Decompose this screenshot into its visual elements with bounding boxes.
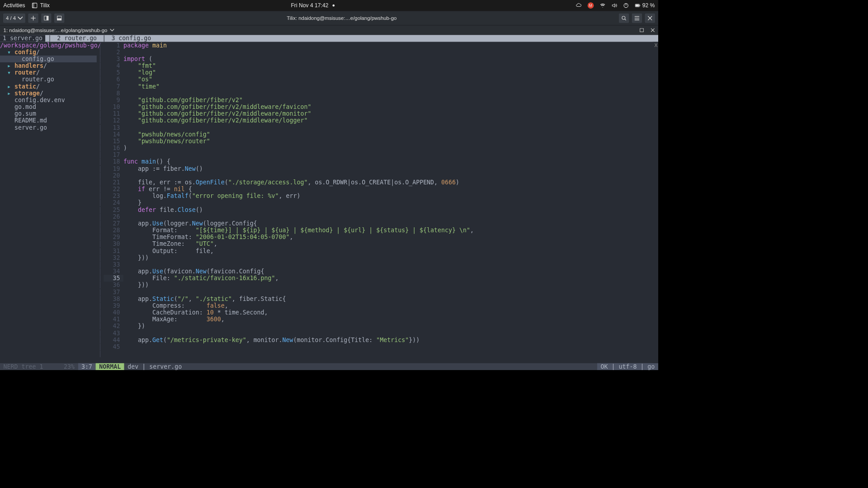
- search-button[interactable]: [618, 13, 629, 23]
- code-line[interactable]: 8: [104, 90, 653, 97]
- close-icon: [647, 16, 652, 21]
- close-pane-button[interactable]: [647, 25, 658, 34]
- code-line[interactable]: 14 "pwshub/news/config": [104, 131, 653, 138]
- code-line[interactable]: 20: [104, 172, 653, 179]
- code-line[interactable]: 45: [104, 343, 653, 350]
- code-line[interactable]: 31 Output: file,: [104, 247, 653, 254]
- power-icon[interactable]: [623, 3, 628, 8]
- code-line[interactable]: 36 })): [104, 282, 653, 288]
- vim-tab[interactable]: 1 server.go: [0, 35, 45, 42]
- notification-dot-icon: [333, 5, 335, 7]
- nerdtree-dir[interactable]: ▸ static/: [0, 83, 97, 90]
- code-line[interactable]: 30 TimeZone: "UTC",: [104, 240, 653, 247]
- vim-tab[interactable]: 2 router.go: [54, 35, 99, 42]
- status-mode: NORMAL: [96, 363, 124, 370]
- clock[interactable]: Fri Nov 4 17:42: [291, 2, 328, 9]
- code-line[interactable]: 10 "github.com/gofiber/fiber/v2/middlewa…: [104, 103, 653, 110]
- code-line[interactable]: 38 app.Static("/", "./static", fiber.Sta…: [104, 296, 653, 302]
- code-line[interactable]: 16): [104, 145, 653, 151]
- code-line[interactable]: 26: [104, 213, 653, 220]
- mega-tray-icon[interactable]: M: [587, 2, 594, 9]
- code-line[interactable]: 33: [104, 261, 653, 268]
- status-percent: 23%: [60, 363, 78, 370]
- terminal-pane[interactable]: 1 server.go | 2 router.go | 3 config.go …: [0, 35, 658, 370]
- nerdtree-file[interactable]: go.sum: [0, 110, 97, 117]
- nerdtree-dir[interactable]: ▾ config/: [0, 49, 97, 56]
- code-line[interactable]: 21 file, err := os.OpenFile("./storage/a…: [104, 179, 653, 186]
- code-line[interactable]: 32 })): [104, 254, 653, 261]
- session-switcher[interactable]: 4 / 4: [3, 13, 26, 23]
- code-line[interactable]: 18func main() {: [104, 158, 653, 165]
- code-line[interactable]: 23 log.Fatalf("error opening file: %v", …: [104, 192, 653, 199]
- nerdtree-panel[interactable]: /workspace/golang/pwshub-go/ ▾ config/ c…: [0, 42, 97, 363]
- active-app[interactable]: Tilix: [32, 2, 50, 9]
- code-line[interactable]: 39 Compress: false,: [104, 302, 653, 309]
- vim-tab[interactable]: 3 config.go: [108, 35, 154, 42]
- code-line[interactable]: 28 Format: "[${time}] | ${ip} | ${ua} | …: [104, 227, 653, 234]
- code-line[interactable]: 17: [104, 151, 653, 158]
- svg-rect-6: [639, 5, 640, 6]
- code-line[interactable]: 44 app.Get("/metrics-private-key", monit…: [104, 337, 653, 343]
- code-line[interactable]: 11 "github.com/gofiber/fiber/v2/middlewa…: [104, 110, 653, 117]
- split-down-icon: [57, 16, 62, 21]
- svg-point-11: [622, 16, 625, 19]
- battery-icon: [635, 3, 640, 8]
- code-line[interactable]: 43: [104, 329, 653, 336]
- code-line[interactable]: 9 "github.com/gofiber/fiber/v2": [104, 97, 653, 103]
- split-right-button[interactable]: [41, 13, 52, 23]
- chevron-down-icon: [18, 16, 23, 21]
- nerdtree-dir[interactable]: ▸ storage/: [0, 90, 97, 97]
- code-line[interactable]: 13: [104, 124, 653, 131]
- nerdtree-file[interactable]: server.go: [0, 124, 97, 131]
- nerdtree-file[interactable]: config.dev.env: [0, 97, 97, 103]
- battery-indicator[interactable]: 92 %: [635, 2, 655, 9]
- split-down-button[interactable]: [54, 13, 65, 23]
- nerdtree-file[interactable]: router.go: [0, 76, 97, 83]
- code-line[interactable]: 40 CacheDuration: 10 * time.Second,: [104, 309, 653, 316]
- nerdtree-root[interactable]: /workspace/golang/pwshub-go/: [0, 42, 97, 49]
- code-line[interactable]: 22 if err != nil {: [104, 186, 653, 192]
- weather-icon[interactable]: [576, 3, 581, 8]
- volume-icon[interactable]: [611, 3, 617, 8]
- hamburger-menu-button[interactable]: [632, 13, 642, 23]
- code-line[interactable]: 34 app.Use(favicon.New(favicon.Config{: [104, 268, 653, 275]
- chevron-down-icon: [110, 28, 114, 32]
- code-line[interactable]: 29 TimeFormat: "2006-01-02T15:04:05-0700…: [104, 234, 653, 240]
- code-line[interactable]: 25 defer file.Close(): [104, 206, 653, 213]
- code-line[interactable]: 35 File: "./static/favicon-16x16.png",: [104, 275, 653, 282]
- terminal-tab[interactable]: 1: ndaidong@msisuse:…e/golang/pwshub-go: [0, 25, 118, 34]
- split-right-icon: [44, 16, 49, 21]
- new-session-button[interactable]: [28, 13, 39, 23]
- code-line[interactable]: 27 app.Use(logger.New(logger.Config{: [104, 220, 653, 227]
- nerdtree-file[interactable]: go.mod: [0, 103, 97, 110]
- code-line[interactable]: 42 }): [104, 323, 653, 329]
- code-line[interactable]: 37: [104, 288, 653, 295]
- code-line[interactable]: 12 "github.com/gofiber/fiber/v2/middlewa…: [104, 117, 653, 124]
- code-line[interactable]: 5 "log": [104, 69, 653, 76]
- code-line[interactable]: 3import (: [104, 56, 653, 62]
- nerdtree-file[interactable]: README.md: [0, 117, 97, 124]
- code-line[interactable]: 1package main: [104, 42, 653, 49]
- wifi-icon[interactable]: [600, 3, 605, 8]
- nerdtree-file[interactable]: config.go: [0, 56, 97, 62]
- code-editor[interactable]: 1package main23import (4 "fmt"5 "log"6 "…: [104, 42, 653, 363]
- code-line[interactable]: 19 app := fiber.New(): [104, 165, 653, 172]
- code-line[interactable]: 24 }: [104, 199, 653, 206]
- maximize-pane-button[interactable]: [636, 25, 647, 34]
- hamburger-icon: [635, 16, 640, 21]
- nerdtree-dir[interactable]: ▸ handlers/: [0, 62, 97, 69]
- tilix-icon: [32, 3, 38, 8]
- code-line[interactable]: 41 MaxAge: 3600,: [104, 316, 653, 323]
- svg-rect-1: [32, 3, 34, 8]
- code-line[interactable]: 2: [104, 49, 653, 56]
- code-line[interactable]: 4 "fmt": [104, 62, 653, 69]
- code-line[interactable]: 15 "pwshub/news/router": [104, 138, 653, 145]
- window-close-button[interactable]: [645, 13, 656, 23]
- close-icon: [651, 28, 655, 32]
- code-line[interactable]: 7 "time": [104, 83, 653, 90]
- nerdtree-dir[interactable]: ▾ router/: [0, 69, 97, 76]
- vim-tab-close[interactable]: X: [655, 42, 658, 49]
- status-fileinfo: OK | utf-8 | go: [597, 363, 658, 370]
- code-line[interactable]: 6 "os": [104, 76, 653, 83]
- activities-button[interactable]: Activities: [4, 2, 25, 9]
